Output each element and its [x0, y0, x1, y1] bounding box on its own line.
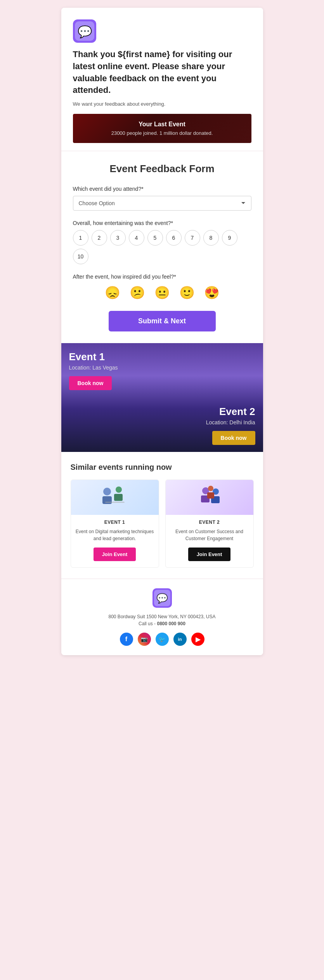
- header-section: 💬 Thank you ${first name} for visiting o…: [61, 8, 263, 151]
- event-banner: Your Last Event 23000 people joined. 1 m…: [73, 114, 251, 143]
- similar-card-1-desc: Event on Digital marketing techniques an…: [71, 528, 159, 542]
- rating-row: 1 2 3 4 5 6 7 8 9 10: [73, 230, 251, 264]
- question1-label: Which event did you attend?*: [73, 186, 251, 192]
- banner-subtitle: 23000 people joined. 1 million dollar do…: [80, 130, 244, 136]
- social-icons-row: f 📷 🐦 in ▶: [71, 633, 254, 646]
- events-banner: Event 1 Location: Las Vegas Book now Eve…: [61, 343, 263, 452]
- svg-rect-7: [105, 502, 125, 503]
- svg-text:💬: 💬: [156, 593, 168, 604]
- question1-group: Which event did you attend?* Choose Opti…: [73, 186, 251, 211]
- emoji-excited[interactable]: 😍: [203, 284, 221, 302]
- similar-card-2-title: EVENT 2: [166, 520, 253, 525]
- event2-card: Event 2 Location: Delhi India Book now: [61, 398, 263, 452]
- similar-heading: Similar events running now: [71, 463, 254, 472]
- similar-card-2: EVENT 2 Event on Customer Success and Cu…: [165, 480, 254, 568]
- rating-1[interactable]: 1: [73, 230, 88, 246]
- event1-card: Event 1 Location: Las Vegas Book now: [61, 343, 263, 398]
- event1-name: Event 1: [69, 351, 255, 363]
- emoji-sad[interactable]: 😕: [128, 284, 147, 302]
- emoji-neutral[interactable]: 😐: [153, 284, 172, 302]
- header-logo: 💬: [73, 19, 96, 43]
- rating-4[interactable]: 4: [129, 230, 144, 246]
- rating-5[interactable]: 5: [147, 230, 163, 246]
- similar-grid: EVENT 1 Event on Digital marketing techn…: [71, 480, 254, 568]
- similar-heading-bold: Similar events: [71, 463, 123, 471]
- svg-point-12: [208, 486, 213, 491]
- header-greeting: Thank you ${first name} for visiting our…: [73, 49, 251, 96]
- rating-3[interactable]: 3: [110, 230, 126, 246]
- events-banner-bg: Event 1 Location: Las Vegas Book now Eve…: [61, 343, 263, 452]
- instagram-icon[interactable]: 📷: [138, 633, 151, 646]
- event-dropdown[interactable]: Choose Option Option 1 Option 2 Option 3: [73, 196, 251, 211]
- footer-address: 800 Bordway Suit 1500 New York, NY 00042…: [71, 614, 254, 619]
- similar-heading-normal: running now: [123, 463, 172, 471]
- question2-group: Overall, how entertaining was the event?…: [73, 220, 251, 264]
- emoji-happy[interactable]: 🙂: [178, 284, 196, 302]
- rating-2[interactable]: 2: [92, 230, 107, 246]
- emoji-row: 😞 😕 😐 🙂 😍: [73, 284, 251, 302]
- similar-card-1-title: EVENT 1: [71, 520, 159, 525]
- similar-card-2-image: [166, 480, 253, 515]
- svg-text:💬: 💬: [77, 25, 92, 39]
- event1-book-button[interactable]: Book now: [69, 376, 112, 390]
- svg-point-3: [103, 488, 111, 495]
- banner-title: Your Last Event: [80, 121, 244, 128]
- form-section: Event Feedback Form Which event did you …: [61, 151, 263, 343]
- event1-location: Location: Las Vegas: [69, 364, 255, 371]
- rating-10[interactable]: 10: [73, 249, 88, 264]
- footer-call-prefix: Call us -: [139, 621, 156, 626]
- rating-7[interactable]: 7: [185, 230, 200, 246]
- rating-6[interactable]: 6: [166, 230, 182, 246]
- event2-location: Location: Delhi India: [69, 419, 255, 425]
- header-subtitle: We want your feedback about everything.: [73, 101, 251, 107]
- similar-section: Similar events running now EVENT 1 Event…: [61, 452, 263, 579]
- event2-name: Event 2: [69, 406, 255, 418]
- svg-rect-6: [114, 494, 123, 501]
- email-container: 💬 Thank you ${first name} for visiting o…: [61, 8, 263, 655]
- similar-card-2-join-button[interactable]: Join Event: [188, 548, 231, 561]
- twitter-icon[interactable]: 🐦: [156, 633, 169, 646]
- similar-card-1: EVENT 1 Event on Digital marketing techn…: [71, 480, 159, 568]
- emoji-very-sad[interactable]: 😞: [103, 284, 122, 302]
- event2-book-button[interactable]: Book now: [212, 431, 255, 445]
- question2-label: Overall, how entertaining was the event?…: [73, 220, 251, 226]
- footer-phone-number: 0800 000 900: [157, 621, 185, 626]
- question3-label: After the event, how inspired did you fe…: [73, 274, 251, 280]
- similar-card-2-desc: Event on Customer Success and Customer E…: [166, 528, 253, 542]
- footer-section: 💬 800 Bordway Suit 1500 New York, NY 000…: [61, 579, 263, 655]
- facebook-icon[interactable]: f: [120, 633, 133, 646]
- similar-card-1-join-button[interactable]: Join Event: [94, 548, 136, 561]
- linkedin-icon[interactable]: in: [173, 633, 187, 646]
- footer-phone: Call us - 0800 000 900: [71, 621, 254, 626]
- form-heading: Event Feedback Form: [73, 163, 251, 175]
- question3-group: After the event, how inspired did you fe…: [73, 274, 251, 302]
- similar-card-1-image: [71, 480, 159, 515]
- svg-point-5: [116, 487, 122, 493]
- svg-rect-13: [207, 492, 214, 499]
- submit-next-button[interactable]: Submit & Next: [109, 311, 216, 331]
- footer-logo: 💬: [71, 588, 254, 609]
- rating-8[interactable]: 8: [203, 230, 219, 246]
- rating-9[interactable]: 9: [222, 230, 237, 246]
- youtube-icon[interactable]: ▶: [191, 633, 204, 646]
